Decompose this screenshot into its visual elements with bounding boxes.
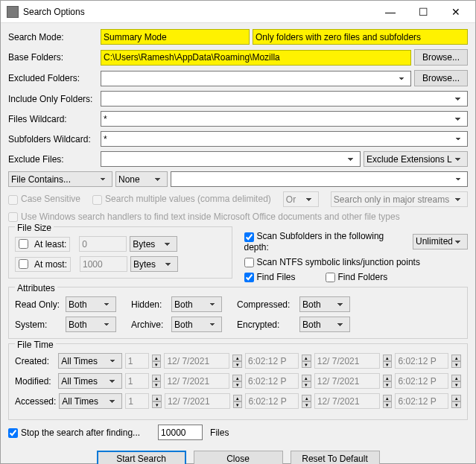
at-most-label: At most: <box>34 259 67 270</box>
exclude-ext-list-select[interactable]: Exclude Extensions List <box>364 151 468 167</box>
major-streams-select: Search only in major streams <box>331 191 468 207</box>
system-label: System: <box>15 320 61 330</box>
minimize-button[interactable]: — <box>374 1 407 23</box>
file-time-group: File Time Created:All Times▴▾▴▾▴▾▴▾▴▾Mod… <box>8 343 468 420</box>
spinner-icon[interactable]: ▴▾ <box>152 395 162 408</box>
multi-values-check: Search multiple values (comma delimited) <box>92 194 271 204</box>
scan-ntfs-check[interactable]: Scan NTFS symbolic links/junction points <box>244 257 420 267</box>
modified-count[interactable] <box>125 373 149 389</box>
stop-after-unit: Files <box>210 428 229 438</box>
file-contains-match-select[interactable]: None <box>115 171 168 187</box>
include-only-label: Include Only Folders: <box>8 94 98 104</box>
at-most-unit-select[interactable]: Bytes <box>130 256 178 272</box>
at-least-unit-select[interactable]: Bytes <box>130 236 177 252</box>
accessed-date-to[interactable] <box>314 393 380 409</box>
titlebar: Search Options — ☐ ✕ <box>1 1 475 23</box>
start-search-button[interactable]: Start Search <box>97 451 186 464</box>
include-only-input[interactable] <box>101 91 468 107</box>
created-time-from[interactable] <box>245 353 299 369</box>
at-least-check[interactable] <box>19 239 28 249</box>
subfolders-wildcard-input[interactable]: * <box>101 131 468 147</box>
spinner-icon[interactable]: ▴▾ <box>451 395 461 408</box>
at-most-check[interactable] <box>19 259 28 269</box>
at-least-input[interactable] <box>79 236 127 252</box>
compressed-label: Compressed: <box>237 299 295 310</box>
maximize-button[interactable]: ☐ <box>407 1 439 23</box>
search-mode-select[interactable]: Summary Mode <box>101 29 250 45</box>
encrypted-label: Encrypted: <box>237 320 295 330</box>
modified-time-to[interactable] <box>395 373 448 389</box>
created-count[interactable] <box>125 353 149 369</box>
attributes-group: Attributes Read Only:Both Hidden:Both Co… <box>8 287 468 339</box>
find-folders-check[interactable]: Find Folders <box>326 272 388 282</box>
browse-base-button[interactable]: Browse... <box>414 49 468 66</box>
file-contains-input[interactable] <box>171 171 468 187</box>
archive-select[interactable]: Both <box>171 317 222 332</box>
close-button[interactable]: ✕ <box>439 1 472 23</box>
spinner-icon[interactable]: ▴▾ <box>451 355 461 368</box>
subfolders-wildcard-label: Subfolders Wildcard: <box>8 134 98 144</box>
accessed-time-from[interactable] <box>245 393 299 409</box>
stop-after-input[interactable] <box>158 425 203 440</box>
accessed-time-to[interactable] <box>395 393 448 409</box>
attributes-legend: Attributes <box>15 283 57 293</box>
system-select[interactable]: Both <box>66 317 116 332</box>
stop-after-check[interactable]: Stop the search after finding... <box>8 428 140 438</box>
at-most-input[interactable] <box>80 256 127 272</box>
created-date-to[interactable] <box>314 353 380 369</box>
modified-date-to[interactable] <box>314 373 380 389</box>
accessed-times-select[interactable]: All Times <box>59 393 122 409</box>
depth-select[interactable]: Unlimited <box>413 234 468 250</box>
at-least-label: At least: <box>34 239 66 250</box>
read-only-label: Read Only: <box>15 299 61 310</box>
excluded-folders-input[interactable] <box>101 71 411 86</box>
modified-times-select[interactable]: All Times <box>58 373 122 389</box>
base-folders-input[interactable]: C:\Users\Ramesh\AppData\Roaming\Mozilla <box>101 50 411 66</box>
encrypted-select[interactable]: Both <box>299 317 350 332</box>
created-times-select[interactable]: All Times <box>58 353 122 369</box>
read-only-select[interactable]: Both <box>66 296 116 312</box>
archive-label: Archive: <box>131 320 167 330</box>
spinner-icon[interactable]: ▴▾ <box>383 395 393 408</box>
spinner-icon[interactable]: ▴▾ <box>232 375 242 388</box>
exclude-files-label: Exclude Files: <box>8 154 98 165</box>
window-title: Search Options <box>23 7 374 17</box>
modified-time-from[interactable] <box>245 373 299 389</box>
file-contains-select[interactable]: File Contains... <box>8 171 112 187</box>
app-icon <box>7 6 19 18</box>
spinner-icon[interactable]: ▴▾ <box>383 375 393 388</box>
find-files-check[interactable]: Find Files <box>244 272 296 282</box>
accessed-date-from[interactable] <box>165 393 230 409</box>
created-label: Created: <box>15 356 55 366</box>
excluded-folders-label: Excluded Folders: <box>8 73 98 83</box>
modified-date-from[interactable] <box>164 373 229 389</box>
modified-label: Modified: <box>15 376 55 387</box>
spinner-icon[interactable]: ▴▾ <box>302 355 311 368</box>
spinner-icon[interactable]: ▴▾ <box>302 375 311 388</box>
file-size-group: File Size At least: Bytes At most: Bytes <box>8 226 232 279</box>
created-date-from[interactable] <box>164 353 229 369</box>
file-time-legend: File Time <box>15 340 56 350</box>
files-wildcard-label: Files Wildcard: <box>8 114 98 124</box>
hidden-select[interactable]: Both <box>171 296 222 312</box>
compressed-select[interactable]: Both <box>299 296 350 312</box>
base-folders-label: Base Folders: <box>8 52 98 63</box>
reset-default-button[interactable]: Reset To Default <box>291 451 380 464</box>
accessed-count[interactable] <box>125 393 149 409</box>
spinner-icon[interactable]: ▴▾ <box>302 395 311 408</box>
browse-excluded-button[interactable]: Browse... <box>414 70 468 86</box>
spinner-icon[interactable]: ▴▾ <box>232 355 242 368</box>
files-wildcard-input[interactable]: * <box>101 111 468 127</box>
spinner-icon[interactable]: ▴▾ <box>152 355 162 368</box>
use-handlers-check: Use Windows search handlers to find text… <box>8 212 400 222</box>
spinner-icon[interactable]: ▴▾ <box>233 395 243 408</box>
created-time-to[interactable] <box>395 353 448 369</box>
search-filter-select[interactable]: Only folders with zero files and subfold… <box>253 29 468 45</box>
close-dialog-button[interactable]: Close <box>194 451 283 464</box>
spinner-icon[interactable]: ▴▾ <box>152 375 162 388</box>
spinner-icon[interactable]: ▴▾ <box>451 375 461 388</box>
scan-subfolders-check[interactable]: Scan Subfolders in the following depth: <box>244 231 410 252</box>
search-mode-label: Search Mode: <box>8 32 98 42</box>
spinner-icon[interactable]: ▴▾ <box>383 355 393 368</box>
exclude-files-input[interactable] <box>101 151 361 167</box>
